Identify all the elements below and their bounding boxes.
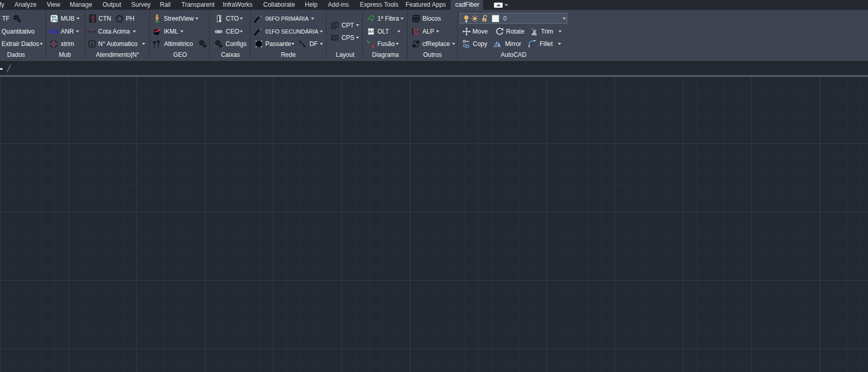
svg-text:1: 1 <box>90 27 92 31</box>
svg-text:LOTE: LOTE <box>91 15 94 22</box>
svg-text:OLT: OLT <box>368 30 374 33</box>
svg-text:1: 1 <box>90 41 93 47</box>
svg-text:RUA: RUA <box>50 28 58 35</box>
